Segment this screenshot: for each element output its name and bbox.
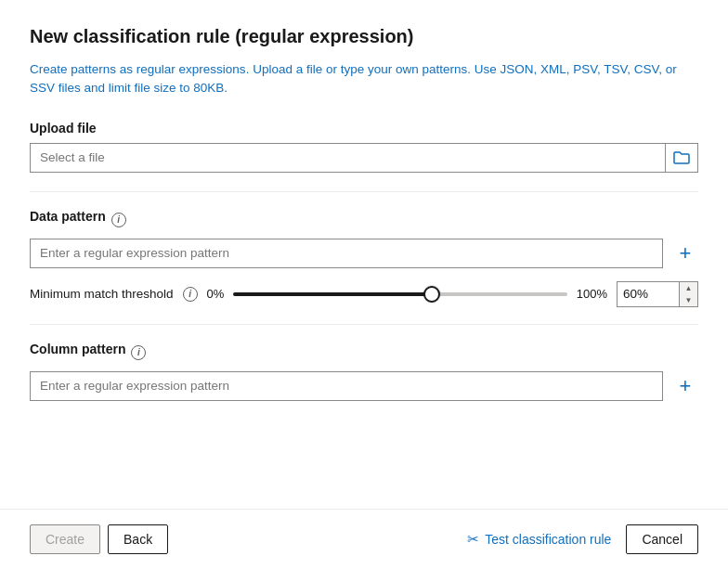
column-pattern-label: Column pattern xyxy=(30,342,125,356)
threshold-label: Minimum match threshold xyxy=(30,287,174,301)
upload-label: Upload file xyxy=(30,121,698,136)
threshold-value-input[interactable] xyxy=(617,281,680,307)
data-pattern-label-row: Data pattern i xyxy=(30,209,698,231)
dialog-description: Create patterns as regular expressions. … xyxy=(30,60,680,98)
threshold-slider-container xyxy=(233,292,566,296)
threshold-spinner: ▲ ▼ xyxy=(680,281,698,307)
upload-section: Upload file xyxy=(30,121,698,173)
footer-right: ✂ Test classification rule Cancel xyxy=(467,524,698,554)
test-classification-button[interactable]: ✂ Test classification rule xyxy=(467,531,611,548)
threshold-input-group: ▲ ▼ xyxy=(617,281,698,307)
column-pattern-info-icon[interactable]: i xyxy=(131,345,146,360)
test-icon: ✂ xyxy=(467,531,479,548)
divider-2 xyxy=(30,324,698,325)
data-pattern-add-button[interactable]: + xyxy=(672,240,698,266)
threshold-min-label: 0% xyxy=(207,287,225,301)
file-browse-button[interactable] xyxy=(665,143,698,173)
threshold-decrement-button[interactable]: ▼ xyxy=(680,294,697,306)
footer-left: Create Back xyxy=(30,524,168,554)
column-pattern-input-row: + xyxy=(30,371,698,401)
threshold-slider[interactable] xyxy=(233,292,566,296)
column-pattern-add-button[interactable]: + xyxy=(672,373,698,399)
column-pattern-label-row: Column pattern i xyxy=(30,342,698,364)
create-button[interactable]: Create xyxy=(30,524,100,554)
dialog-title: New classification rule (regular express… xyxy=(30,26,698,47)
data-pattern-info-icon[interactable]: i xyxy=(111,213,126,227)
threshold-increment-button[interactable]: ▲ xyxy=(680,282,697,294)
folder-icon xyxy=(673,150,690,165)
file-input-row xyxy=(30,143,698,173)
threshold-max-label: 100% xyxy=(577,287,607,301)
threshold-row: Minimum match threshold i 0% 100% ▲ ▼ xyxy=(30,281,698,307)
cancel-button[interactable]: Cancel xyxy=(626,524,698,554)
data-pattern-section: Data pattern i + Minimum match threshold… xyxy=(30,209,698,307)
file-input[interactable] xyxy=(30,143,665,173)
column-pattern-section: Column pattern i + xyxy=(30,342,698,401)
footer: Create Back ✂ Test classification rule C… xyxy=(0,509,728,569)
back-button[interactable]: Back xyxy=(108,524,168,554)
data-pattern-label: Data pattern xyxy=(30,209,106,224)
test-label: Test classification rule xyxy=(485,532,611,547)
data-pattern-input-row: + xyxy=(30,239,698,268)
data-pattern-input[interactable] xyxy=(30,239,663,268)
column-pattern-input[interactable] xyxy=(30,371,663,401)
divider-1 xyxy=(30,191,698,192)
threshold-info-icon[interactable]: i xyxy=(183,287,198,302)
